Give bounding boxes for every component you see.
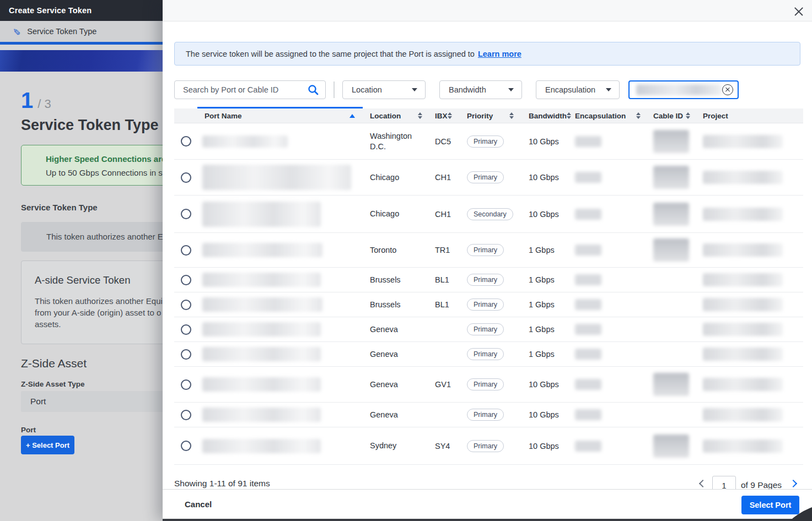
search-box[interactable] bbox=[174, 80, 326, 99]
table-row[interactable]: Brussels BL1 Primary 1 Gbps bbox=[174, 292, 803, 317]
cable-id-redacted bbox=[653, 238, 689, 262]
zside-type-select[interactable]: Port bbox=[21, 391, 163, 412]
tab-service-token-type[interactable]: ✎ Service Token Type bbox=[0, 21, 163, 42]
zside-type-label: Z-Side Asset Type bbox=[21, 380, 85, 388]
bandwidth-filter-label: Bandwidth bbox=[449, 85, 486, 94]
row-radio[interactable] bbox=[181, 245, 191, 256]
row-radio[interactable] bbox=[181, 300, 191, 310]
header-cable-id[interactable]: Cable ID bbox=[648, 112, 698, 120]
row-radio[interactable] bbox=[181, 172, 191, 183]
priority-badge: Primary bbox=[467, 171, 504, 183]
table-row[interactable]: Washington D.C. DC5 Primary 10 Gbps bbox=[174, 123, 803, 160]
priority-badge: Primary bbox=[467, 323, 504, 335]
table-row[interactable]: Chicago CH1 Primary 10 Gbps bbox=[174, 160, 803, 196]
port-name-redacted bbox=[202, 297, 322, 312]
encapsulation-redacted bbox=[575, 441, 601, 452]
ibx-cell: CH1 bbox=[428, 210, 460, 219]
row-radio[interactable] bbox=[181, 275, 191, 285]
encapsulation-redacted bbox=[575, 172, 601, 183]
priority-badge: Primary bbox=[467, 409, 504, 421]
priority-badge: Secondary bbox=[467, 208, 513, 220]
port-name-redacted bbox=[202, 322, 321, 337]
project-redacted bbox=[703, 135, 783, 148]
search-input[interactable] bbox=[175, 85, 307, 94]
project-redacted bbox=[703, 243, 783, 257]
screen: { "left_panel": { "header_title": "Creat… bbox=[0, 0, 812, 521]
close-icon[interactable] bbox=[794, 7, 804, 17]
encapsulation-redacted bbox=[575, 245, 601, 256]
encapsulation-redacted bbox=[575, 274, 601, 285]
bandwidth-cell: 10 Gbps bbox=[521, 410, 570, 419]
prev-page-chevron-icon[interactable] bbox=[699, 480, 707, 487]
encapsulation-redacted bbox=[575, 349, 601, 360]
learn-more-link[interactable]: Learn more bbox=[478, 50, 521, 58]
next-page-chevron-icon[interactable] bbox=[789, 480, 797, 487]
cancel-button[interactable]: Cancel bbox=[185, 500, 212, 509]
encapsulation-redacted bbox=[575, 299, 601, 310]
tab-label: Service Token Type bbox=[27, 27, 96, 36]
header-location[interactable]: Location bbox=[363, 111, 428, 121]
showing-items-text: Showing 1-11 of 91 items bbox=[174, 479, 270, 489]
location-filter[interactable]: Location bbox=[342, 80, 426, 99]
row-radio[interactable] bbox=[181, 209, 191, 219]
row-radio[interactable] bbox=[181, 349, 191, 360]
step-current: 1 bbox=[21, 88, 33, 112]
chevron-down-icon bbox=[412, 88, 417, 91]
step-indicator: 1/ 3 bbox=[21, 88, 51, 113]
active-filter-chip[interactable] bbox=[628, 80, 739, 99]
select-port-button[interactable]: Select Port bbox=[741, 496, 799, 514]
sort-icon[interactable] bbox=[418, 112, 422, 120]
row-radio[interactable] bbox=[181, 410, 191, 420]
header-priority[interactable]: Priority bbox=[460, 112, 521, 120]
table-row[interactable]: Chicago CH1 Secondary 10 Gbps bbox=[174, 196, 803, 233]
table-row[interactable]: Geneva Primary 1 Gbps bbox=[174, 342, 803, 367]
sort-icon[interactable] bbox=[636, 112, 641, 120]
ibx-cell: BL1 bbox=[428, 275, 460, 284]
chevron-down-icon bbox=[508, 88, 514, 91]
header-ibx[interactable]: IBX bbox=[428, 112, 460, 120]
cable-id-redacted bbox=[653, 373, 689, 396]
row-radio[interactable] bbox=[181, 379, 191, 390]
bandwidth-cell: 10 Gbps bbox=[521, 210, 570, 219]
row-radio[interactable] bbox=[181, 136, 191, 146]
encapsulation-redacted bbox=[575, 324, 601, 335]
table-row[interactable]: Geneva Primary 10 Gbps bbox=[174, 403, 803, 427]
location-cell: Geneva bbox=[363, 324, 428, 335]
location-cell: Washington D.C. bbox=[363, 131, 428, 152]
row-radio[interactable] bbox=[181, 324, 191, 335]
token-type-option[interactable]: This token authorizes another E bbox=[21, 222, 163, 252]
select-port-trigger-button[interactable]: + Select Port bbox=[21, 436, 74, 454]
zside-heading: Z-Side Asset bbox=[21, 357, 87, 370]
info-banner: The service token will be assigned to th… bbox=[174, 42, 800, 66]
select-port-modal: The service token will be assigned to th… bbox=[163, 0, 812, 521]
table-row[interactable]: Toronto TR1 Primary 1 Gbps bbox=[174, 233, 803, 268]
bandwidth-filter[interactable]: Bandwidth bbox=[439, 80, 522, 99]
table-row[interactable]: Sydney SY4 Primary 10 Gbps bbox=[174, 427, 803, 465]
table-row[interactable]: Geneva Primary 1 Gbps bbox=[174, 317, 803, 342]
encapsulation-filter[interactable]: Encapsulation bbox=[536, 80, 620, 99]
chevron-down-icon bbox=[606, 88, 611, 91]
aside-token-card[interactable]: A-side Service Token This token authoriz… bbox=[21, 260, 163, 344]
search-icon[interactable] bbox=[307, 84, 319, 96]
edit-pencil-icon: ✎ bbox=[12, 28, 21, 35]
sort-icon[interactable] bbox=[686, 112, 690, 120]
clear-filter-icon[interactable] bbox=[722, 84, 733, 95]
header-bandwidth[interactable]: Bandwidth bbox=[521, 112, 570, 120]
ibx-cell: CH1 bbox=[428, 173, 460, 182]
row-radio[interactable] bbox=[181, 441, 191, 451]
location-cell: Brussels bbox=[363, 275, 428, 285]
port-name-redacted bbox=[202, 135, 288, 148]
header-encapsulation[interactable]: Encapsulation bbox=[570, 112, 648, 120]
priority-badge: Primary bbox=[467, 135, 504, 148]
project-redacted bbox=[703, 323, 783, 336]
table-row[interactable]: Brussels BL1 Primary 1 Gbps bbox=[174, 268, 803, 292]
cable-id-redacted bbox=[653, 166, 689, 189]
sort-icon[interactable] bbox=[448, 112, 452, 120]
cable-id-redacted bbox=[653, 203, 689, 226]
ibx-cell: DC5 bbox=[428, 137, 460, 146]
aside-card-line1: This token authorizes another Equi bbox=[35, 295, 163, 307]
sort-icon[interactable] bbox=[509, 112, 514, 120]
table-row[interactable]: Geneva GV1 Primary 10 Gbps bbox=[174, 367, 803, 403]
cable-id-redacted bbox=[653, 130, 689, 153]
header-port-name[interactable]: Port Name bbox=[197, 112, 363, 120]
